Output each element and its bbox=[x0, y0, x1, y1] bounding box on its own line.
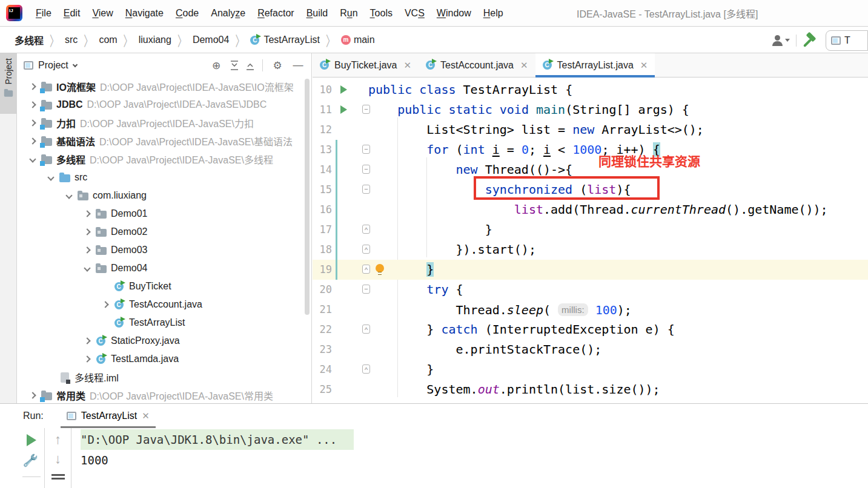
code-text: System.out.println(list.size()); bbox=[368, 380, 660, 400]
tree-arrow-icon[interactable] bbox=[81, 357, 94, 361]
locate-file-icon[interactable]: ⊕ bbox=[208, 59, 225, 72]
tree-arrow-icon[interactable] bbox=[44, 175, 58, 180]
chevron-down-icon[interactable] bbox=[73, 62, 78, 67]
close-icon[interactable]: ✕ bbox=[142, 411, 150, 421]
menu-code[interactable]: Code bbox=[170, 5, 205, 21]
console-output[interactable]: "D:\OOP Java\JDK1.8\bin\java.exe" ...100… bbox=[81, 429, 354, 470]
tree-item-Demo03[interactable]: Demo03 bbox=[18, 241, 311, 259]
settings-gear-icon[interactable]: ⚙ bbox=[269, 59, 286, 72]
run-tab[interactable]: TestArrayList ✕ bbox=[61, 404, 156, 428]
menu-window[interactable]: Window bbox=[431, 5, 477, 21]
project-toolwindow-icon bbox=[24, 61, 33, 70]
close-icon[interactable]: ✕ bbox=[520, 60, 528, 71]
menu-run[interactable]: Run bbox=[334, 5, 363, 21]
tree-item-力扣[interactable]: 力扣D:\OOP Java\Project\IDEA-JavaSE\力扣 bbox=[18, 114, 311, 132]
build-hammer-icon[interactable] bbox=[805, 33, 820, 48]
menu-file[interactable]: File bbox=[30, 5, 58, 21]
expand-all-icon[interactable] bbox=[228, 59, 240, 71]
tree-item-Demo02[interactable]: Demo02 bbox=[18, 223, 311, 241]
run-configuration-select[interactable]: T bbox=[826, 30, 868, 51]
tree-item-StaticProxy.java[interactable]: CStaticProxy.java bbox=[18, 332, 311, 350]
project-scrollbar[interactable] bbox=[305, 79, 310, 315]
tree-item-多线程.iml[interactable]: 多线程.iml bbox=[18, 368, 311, 386]
tree-item-TestAccount.java[interactable]: CTestAccount.java bbox=[18, 295, 311, 314]
tree-item-label: JDBC bbox=[56, 99, 83, 110]
tree-item-TestArrayList[interactable]: CTestArrayList bbox=[18, 314, 311, 332]
collapse-all-icon[interactable] bbox=[244, 59, 256, 71]
breadcrumb-item-src[interactable]: src bbox=[62, 33, 80, 47]
rerun-button[interactable] bbox=[27, 434, 36, 446]
code-text: public static void main(String[] args) { bbox=[368, 100, 689, 120]
tree-item-label: 常用类 bbox=[56, 388, 85, 403]
code-editor[interactable]: 10public class TestArrayList {11− public… bbox=[313, 77, 868, 403]
tree-arrow-icon[interactable] bbox=[81, 211, 94, 216]
tree-item-Demo04[interactable]: Demo04 bbox=[18, 259, 311, 277]
project-tool-window: Project ⊕ ⚙ — IO流框架D:\OOP Java\Project\I… bbox=[18, 53, 312, 403]
close-icon[interactable]: ✕ bbox=[640, 60, 648, 71]
user-account-button[interactable] bbox=[772, 35, 790, 46]
tree-item-TestLamda.java[interactable]: CTestLamda.java bbox=[18, 350, 311, 368]
editor-tab-BuyTicket.java[interactable]: CBuyTicket.java✕ bbox=[313, 53, 419, 77]
tree-item-label: IO流框架 bbox=[56, 79, 96, 94]
menu-refactor[interactable]: Refactor bbox=[251, 5, 300, 21]
breadcrumb-item-多线程[interactable]: 多线程 bbox=[12, 31, 46, 48]
tree-item-基础语法[interactable]: 基础语法D:\OOP Java\Project\IDEA-JavaSE\基础语法 bbox=[18, 132, 311, 150]
run-line-icon[interactable] bbox=[340, 85, 347, 94]
breadcrumb-item-com[interactable]: com bbox=[96, 33, 119, 47]
window-title: IDEA-JavaSE - TestArrayList.java [多线程] bbox=[577, 0, 758, 27]
menu-vcs[interactable]: VCS bbox=[399, 5, 431, 21]
menu-build[interactable]: Build bbox=[300, 5, 334, 21]
tree-item-com.liuxiang[interactable]: com.liuxiang bbox=[18, 186, 311, 205]
menu-help[interactable]: Help bbox=[477, 5, 509, 21]
breadcrumb-item-TestArrayList[interactable]: CTestArrayList bbox=[248, 33, 322, 47]
tree-arrow-icon[interactable] bbox=[26, 102, 39, 107]
gutter: 17^ bbox=[313, 220, 368, 240]
run-label: Run: bbox=[23, 411, 44, 421]
tree-arrow-icon[interactable] bbox=[26, 84, 39, 89]
tree-item-常用类[interactable]: 常用类D:\OOP Java\Project\IDEA-JavaSE\常用类 bbox=[18, 386, 311, 403]
tree-item-Demo01[interactable]: Demo01 bbox=[18, 205, 311, 223]
tree-arrow-icon[interactable] bbox=[26, 157, 39, 162]
editor-tab-TestAccount.java[interactable]: CTestAccount.java✕ bbox=[419, 53, 535, 77]
tree-arrow-icon[interactable] bbox=[81, 229, 94, 234]
run-overlay-icon bbox=[121, 298, 125, 303]
down-arrow-icon[interactable]: ↓ bbox=[55, 451, 61, 467]
tree-item-多线程[interactable]: 多线程D:\OOP Java\Project\IDEA-JavaSE\多线程 bbox=[18, 150, 311, 168]
menu-edit[interactable]: Edit bbox=[58, 5, 87, 21]
tree-arrow-icon[interactable] bbox=[62, 193, 76, 198]
close-icon[interactable]: ✕ bbox=[403, 60, 411, 71]
tree-arrow-icon[interactable] bbox=[81, 338, 94, 343]
soft-wrap-icon[interactable] bbox=[51, 478, 65, 480]
menu-analyze[interactable]: Analyze bbox=[205, 5, 251, 21]
breadcrumb-item-liuxiang[interactable]: liuxiang bbox=[136, 33, 174, 47]
menu-tools[interactable]: Tools bbox=[364, 5, 399, 21]
tree-item-src[interactable]: src bbox=[18, 168, 311, 186]
code-text: } bbox=[368, 360, 434, 380]
breadcrumb-bar: 多线程〉src〉com〉liuxiang〉Demo04〉CTestArrayLi… bbox=[0, 27, 868, 53]
tree-arrow-icon[interactable] bbox=[81, 266, 94, 271]
tree-arrow-icon[interactable] bbox=[26, 120, 39, 125]
tree-item-JDBC[interactable]: JDBCD:\OOP Java\Project\IDEA-JavaSE\JDBC bbox=[18, 96, 311, 114]
breadcrumb-item-main[interactable]: mmain bbox=[339, 33, 377, 47]
settings-wrench-icon[interactable]: 🔧 bbox=[24, 453, 39, 469]
run-line-icon[interactable] bbox=[340, 105, 347, 114]
editor-tab-TestArrayList.java[interactable]: CTestArrayList.java✕ bbox=[535, 53, 655, 77]
tree-item-label: Demo04 bbox=[111, 263, 147, 274]
breadcrumb-item-Demo04[interactable]: Demo04 bbox=[190, 33, 231, 47]
tree-item-BuyTicket[interactable]: CBuyTicket bbox=[18, 277, 311, 295]
run-overlay-icon bbox=[549, 59, 554, 64]
tree-item-IO流框架[interactable]: IO流框架D:\OOP Java\Project\IDEA-JavaSE\IO流… bbox=[18, 77, 311, 96]
tree-arrow-icon[interactable] bbox=[26, 139, 39, 143]
menu-navigate[interactable]: Navigate bbox=[119, 5, 170, 21]
class-icon: C bbox=[96, 336, 107, 346]
soft-wrap-icon[interactable] bbox=[51, 474, 65, 476]
hide-panel-icon[interactable]: — bbox=[290, 59, 306, 71]
menu-bar: IJ FileEditViewNavigateCodeAnalyzeRefact… bbox=[0, 0, 868, 27]
menu-view[interactable]: View bbox=[86, 5, 119, 21]
tree-arrow-icon[interactable] bbox=[26, 393, 39, 398]
tree-arrow-icon[interactable] bbox=[81, 248, 94, 252]
tree-arrow-icon[interactable] bbox=[99, 302, 112, 307]
module-folder-icon bbox=[41, 84, 52, 91]
stripe-tab-project[interactable]: Project bbox=[0, 53, 17, 114]
up-arrow-icon[interactable]: ↑ bbox=[55, 432, 61, 447]
